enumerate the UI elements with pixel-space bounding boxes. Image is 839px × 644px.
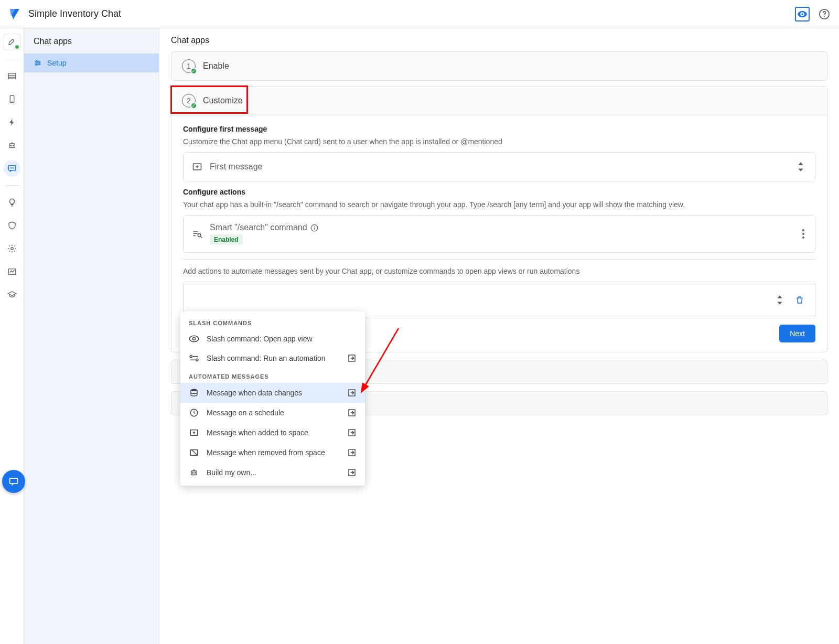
- svg-point-10: [13, 145, 14, 146]
- popup-heading-slash: SLASH COMMANDS: [180, 315, 365, 329]
- svg-point-41: [196, 359, 198, 361]
- rail-chat-icon[interactable]: [4, 160, 20, 177]
- open-in-icon: [347, 468, 357, 477]
- enabled-chip: Enabled: [210, 234, 243, 245]
- step-badge-2: 2✓: [182, 94, 196, 108]
- sidenav-item-setup[interactable]: Setup: [24, 53, 159, 72]
- step-label-customize: Customize: [203, 96, 243, 105]
- remove-card-icon: [189, 448, 199, 457]
- actions-desc: Your chat app has a built-in "/search" c…: [183, 200, 815, 209]
- popup-heading-auto: AUTOMATED MESSAGES: [180, 368, 365, 383]
- status-dot: [15, 45, 19, 49]
- rail-chart-icon[interactable]: [4, 263, 20, 280]
- popup-item-added-space[interactable]: Message when added to space: [180, 423, 365, 443]
- rail-data-icon[interactable]: [4, 68, 20, 84]
- svg-rect-16: [10, 478, 18, 484]
- popup-item-run-automation[interactable]: Slash command: Run an automation: [180, 348, 365, 368]
- sidenav-title: Chat apps: [24, 28, 159, 53]
- side-nav: Chat apps Setup: [24, 28, 159, 644]
- svg-point-20: [36, 60, 38, 62]
- svg-line-30: [201, 237, 202, 238]
- svg-rect-3: [8, 73, 16, 79]
- svg-point-37: [193, 338, 196, 340]
- kebab-icon[interactable]: [800, 227, 806, 241]
- chat-fab[interactable]: [2, 470, 25, 493]
- svg-point-43: [191, 389, 197, 392]
- svg-point-2: [824, 16, 825, 17]
- svg-point-34: [802, 229, 804, 231]
- rail-bot-icon[interactable]: [4, 137, 20, 154]
- panel-customize-header[interactable]: 2✓ Customize: [171, 87, 827, 115]
- panel-enable[interactable]: 1✓ Enable: [171, 51, 827, 81]
- database-icon: [189, 388, 199, 398]
- rail-bulb-icon[interactable]: [4, 194, 20, 211]
- svg-point-35: [802, 233, 804, 235]
- popup-label: Message when removed from space: [207, 448, 325, 457]
- flow-icon: [189, 354, 199, 362]
- app-title: Simple Inventory Chat: [28, 8, 121, 19]
- clock-icon: [189, 408, 199, 417]
- add-card-icon: [189, 428, 199, 437]
- step-label-enable: Enable: [203, 61, 229, 71]
- appsheet-logo: [7, 7, 21, 21]
- expand-icon[interactable]: [795, 160, 806, 174]
- rail-rocket[interactable]: [4, 34, 20, 50]
- popup-label: Message when added to space: [207, 428, 308, 437]
- next-button[interactable]: Next: [779, 325, 815, 342]
- popup-label: Message on a schedule: [207, 409, 284, 417]
- popup-item-removed-space[interactable]: Message when removed from space: [180, 443, 365, 463]
- search-command-row[interactable]: Smart "/search" command Enabled: [183, 215, 815, 253]
- step-badge-1: 1✓: [182, 59, 196, 73]
- open-in-icon: [347, 353, 357, 363]
- info-icon[interactable]: [310, 224, 318, 232]
- svg-point-21: [38, 62, 40, 64]
- popup-item-open-view[interactable]: Slash command: Open app view: [180, 329, 365, 348]
- svg-point-33: [314, 226, 315, 227]
- add-card-icon: [192, 162, 202, 172]
- open-in-icon: [347, 408, 357, 417]
- svg-point-56: [195, 473, 196, 474]
- sidenav-item-label: Setup: [47, 59, 67, 67]
- expand-icon[interactable]: [774, 293, 786, 307]
- svg-point-9: [10, 145, 12, 146]
- popup-item-schedule[interactable]: Message on a schedule: [180, 403, 365, 423]
- divider: [183, 259, 815, 260]
- rail-bolt-icon[interactable]: [4, 114, 20, 131]
- actions-title: Configure actions: [183, 188, 815, 196]
- help-icon[interactable]: [817, 7, 832, 22]
- svg-point-55: [192, 473, 193, 474]
- search-list-icon: [192, 229, 202, 239]
- eye-icon: [189, 335, 199, 342]
- action-popup: SLASH COMMANDS Slash command: Open app v…: [180, 312, 365, 486]
- svg-line-52: [192, 450, 198, 456]
- first-msg-desc: Customize the Chat app menu (Chat card) …: [183, 137, 815, 146]
- tune-icon: [34, 59, 42, 67]
- popup-label: Slash command: Run an automation: [207, 354, 325, 362]
- popup-item-data-changes[interactable]: Message when data changes: [180, 383, 365, 403]
- preview-button[interactable]: [795, 7, 810, 22]
- popup-label: Slash command: Open app view: [207, 335, 313, 343]
- svg-point-0: [801, 13, 803, 15]
- rail-shield-icon[interactable]: [4, 217, 20, 234]
- first-message-row[interactable]: First message: [183, 152, 815, 181]
- rail-gear-icon[interactable]: [4, 240, 20, 257]
- svg-point-36: [802, 237, 804, 239]
- popup-label: Build my own...: [207, 468, 256, 477]
- open-in-icon: [347, 448, 357, 457]
- svg-point-14: [10, 248, 13, 250]
- top-bar: Simple Inventory Chat: [0, 0, 839, 28]
- main-title: Chat apps: [171, 36, 827, 45]
- open-in-icon: [347, 388, 357, 398]
- add-actions-desc: Add actions to automate messages sent by…: [183, 267, 815, 275]
- svg-point-29: [198, 234, 201, 237]
- rail-mobile-icon[interactable]: [4, 91, 20, 108]
- first-msg-title: Configure first message: [183, 125, 815, 133]
- rail-grad-icon[interactable]: [4, 286, 20, 303]
- popup-item-build-own[interactable]: Build my own...: [180, 463, 365, 482]
- svg-point-22: [36, 64, 37, 66]
- delete-icon[interactable]: [793, 293, 806, 307]
- svg-point-38: [190, 356, 192, 358]
- popup-label: Message when data changes: [207, 389, 302, 397]
- open-in-icon: [347, 428, 357, 437]
- icon-rail: [0, 28, 24, 644]
